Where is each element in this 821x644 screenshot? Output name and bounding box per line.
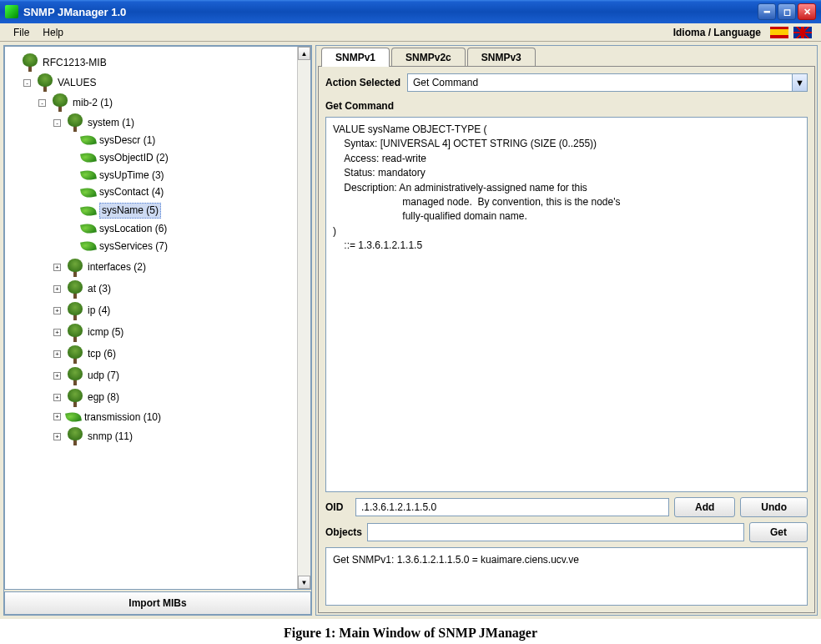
tree-leaf[interactable]: sysContact (4) <box>68 185 294 199</box>
tree-leaf[interactable]: sysName (5) <box>68 203 294 219</box>
tab-snmpv1[interactable]: SNMPv1 <box>321 48 390 67</box>
leaf-icon <box>80 152 97 164</box>
chevron-down-icon[interactable]: ▼ <box>792 74 807 91</box>
leaf-icon <box>80 223 97 235</box>
tree-node[interactable]: +icmp (5) <box>53 324 294 342</box>
mib-tree-panel: RFC1213-MIB - VALUES - <box>3 45 312 616</box>
tree-root[interactable]: RFC1213-MIB <box>8 53 294 72</box>
results-output: Get SNMPv1: 1.3.6.1.2.1.1.5.0 = kuaimare… <box>325 547 808 606</box>
leaf-icon <box>80 134 97 147</box>
tree-node[interactable]: +tcp (6) <box>53 345 294 364</box>
get-button[interactable]: Get <box>749 522 808 542</box>
tree-icon <box>66 324 84 342</box>
app-icon <box>5 5 18 18</box>
close-button[interactable]: ✕ <box>798 3 816 20</box>
action-select-value[interactable] <box>408 74 792 91</box>
flag-spanish-icon[interactable] <box>770 27 788 38</box>
tree-icon <box>66 389 84 407</box>
tree-icon <box>21 53 39 72</box>
objects-label: Objects <box>325 526 362 538</box>
action-selected-label: Action Selected <box>325 77 400 88</box>
scroll-down-button[interactable]: ▼ <box>298 576 310 589</box>
undo-button[interactable]: Undo <box>740 497 808 517</box>
leaf-icon <box>80 240 97 253</box>
leaf-icon <box>80 186 97 199</box>
tree-leaf[interactable]: sysUpTime (3) <box>68 169 294 183</box>
tree-icon <box>36 73 54 92</box>
tree-leaf[interactable]: sysObjectID (2) <box>68 151 294 165</box>
tree-node[interactable]: +egp (8) <box>53 389 294 407</box>
action-select[interactable]: ▼ <box>407 73 808 92</box>
tree-icon <box>66 345 84 364</box>
tree-icon <box>66 280 84 299</box>
figure-caption: Figure 1: Main Window of SNMP JManager <box>0 619 821 644</box>
tab-snmpv3[interactable]: SNMPv3 <box>467 48 536 67</box>
scroll-track[interactable] <box>298 60 310 576</box>
maximize-button[interactable]: ◻ <box>778 3 796 20</box>
menubar: File Help Idioma / Language <box>0 23 821 42</box>
window-title: SNMP JManager 1.0 <box>23 6 758 18</box>
tree-leaf[interactable]: sysServices (7) <box>68 239 294 254</box>
tree-leaf[interactable]: sysLocation (6) <box>68 222 294 236</box>
flag-english-icon[interactable] <box>793 27 812 38</box>
import-mibs-button[interactable]: Import MIBs <box>4 591 311 615</box>
titlebar: SNMP JManager 1.0 ━ ◻ ✕ <box>0 0 821 23</box>
snmp-tabs: SNMPv1 SNMPv2c SNMPv3 <box>318 48 815 67</box>
menu-file[interactable]: File <box>7 25 36 40</box>
tree-node[interactable]: +ip (4) <box>53 302 294 320</box>
objects-input[interactable] <box>367 523 744 541</box>
tree-node[interactable]: +udp (7) <box>53 367 294 385</box>
tree-icon <box>66 113 84 132</box>
tree-leaf[interactable]: sysDescr (1) <box>68 133 294 148</box>
leaf-icon <box>80 204 97 217</box>
scroll-up-button[interactable]: ▲ <box>298 47 310 60</box>
tree-values[interactable]: - VALUES <box>23 73 294 92</box>
tree-system[interactable]: - system (1) <box>53 113 294 132</box>
tree-mib2[interactable]: - mib-2 (1) <box>38 93 294 112</box>
oid-input[interactable] <box>355 498 669 516</box>
definition-text[interactable]: VALUE sysName OBJECT-TYPE ( Syntax: [UNI… <box>325 117 808 492</box>
mib-tree[interactable]: RFC1213-MIB - VALUES - <box>5 47 297 589</box>
tree-node[interactable]: +interfaces (2) <box>53 259 294 277</box>
action-panel: SNMPv1 SNMPv2c SNMPv3 Action Selected ▼ … <box>315 45 818 616</box>
tree-icon <box>66 427 84 445</box>
tree-node[interactable]: +snmp (11) <box>53 427 294 445</box>
tree-scrollbar[interactable]: ▲ ▼ <box>297 47 310 589</box>
tree-node[interactable]: +transmission (10) <box>53 410 294 425</box>
menu-help[interactable]: Help <box>36 25 70 40</box>
tab-snmpv2c[interactable]: SNMPv2c <box>391 48 466 67</box>
tree-icon <box>66 259 84 277</box>
tree-icon <box>66 302 84 320</box>
language-label: Idioma / Language <box>673 27 761 38</box>
tree-node[interactable]: +at (3) <box>53 280 294 299</box>
oid-label: OID <box>325 501 350 513</box>
minimize-button[interactable]: ━ <box>758 3 776 20</box>
tree-icon <box>66 367 84 385</box>
tree-icon <box>51 93 69 112</box>
leaf-icon <box>65 410 82 423</box>
get-command-label: Get Command <box>325 100 808 112</box>
leaf-icon <box>80 169 97 182</box>
add-button[interactable]: Add <box>674 497 735 517</box>
